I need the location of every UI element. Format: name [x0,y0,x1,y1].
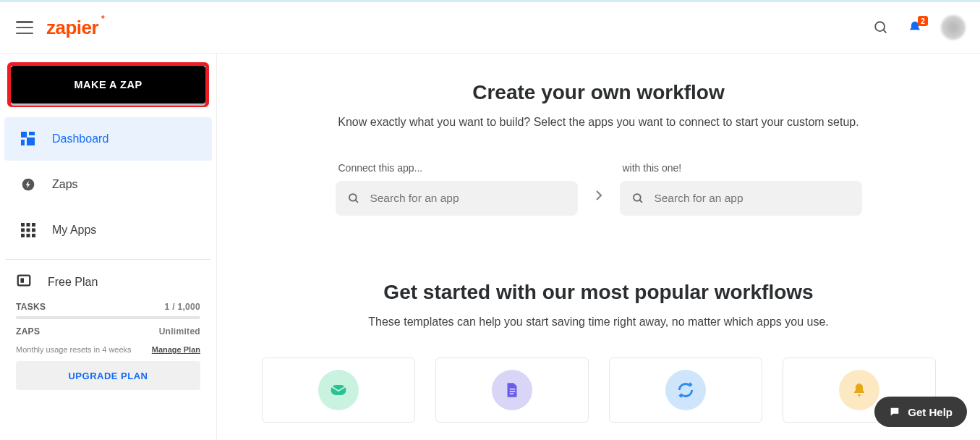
manage-plan-link[interactable]: Manage Plan [152,345,200,354]
sidebar: MAKE A ZAP Dashboard Zaps My Apps [0,54,217,440]
search-icon [347,191,360,206]
sidebar-item-label: My Apps [52,224,96,237]
template-card[interactable] [435,358,589,423]
tasks-value: 1 / 1,000 [165,302,200,312]
upgrade-plan-button[interactable]: UPGRADE PLAN [16,361,200,390]
svg-rect-25 [509,393,513,394]
svg-rect-24 [509,391,515,392]
sidebar-separator [6,259,210,260]
sidebar-item-label: Zaps [52,178,78,191]
popular-title: Get started with our most popular workfl… [246,281,951,304]
sync-icon [665,370,706,410]
svg-point-26 [858,394,860,396]
svg-rect-23 [509,389,515,390]
svg-rect-7 [21,223,25,227]
svg-rect-10 [21,229,25,232]
connect-app-search-2[interactable] [620,181,862,216]
svg-rect-4 [21,140,25,145]
search-icon[interactable] [873,20,889,35]
mail-icon [318,370,359,410]
zaps-value: Unlimited [159,326,200,337]
search-icon [631,191,644,206]
sidebar-item-my-apps[interactable]: My Apps [4,208,212,252]
dashboard-icon [20,131,36,147]
popular-subtitle: These templates can help you start savin… [246,316,951,329]
svg-rect-12 [32,229,35,232]
tasks-progress-bar [16,316,200,319]
reset-text: Monthly usage resets in 4 weeks [16,345,132,354]
make-a-zap-button[interactable]: MAKE A ZAP [11,66,205,103]
search-input-1[interactable] [370,192,566,205]
connect-label-2: with this one! [620,162,862,174]
notifications-icon[interactable]: 2 [908,20,922,35]
bell-icon [839,370,879,410]
connect-label-1: Connect this app... [336,162,578,174]
page-title: Create your own workflow [246,81,951,104]
plan-title: Free Plan [48,276,98,289]
svg-rect-9 [32,223,35,227]
svg-line-19 [355,200,358,203]
svg-rect-3 [29,132,35,135]
plan-box: Free Plan TASKS 1 / 1,000 ZAPS Unlimited… [0,266,216,390]
popular-workflows-section: Get started with our most popular workfl… [246,281,951,423]
apps-grid-icon [20,222,36,238]
zapier-logo[interactable]: zapier* [46,17,98,39]
make-zap-highlight: MAKE A ZAP [7,62,209,107]
sidebar-item-label: Dashboard [52,132,108,145]
get-help-button[interactable]: Get Help [874,397,967,427]
main-content: Create your own workflow Know exactly wh… [217,54,980,440]
hamburger-menu-icon[interactable] [16,21,33,34]
svg-line-1 [883,30,886,33]
connect-app-search-1[interactable] [336,181,578,216]
plan-icon [16,273,32,292]
connect-apps-row: Connect this app... with this one! [246,162,951,216]
template-card[interactable] [262,358,415,423]
sidebar-item-zaps[interactable]: Zaps [4,163,212,206]
tasks-label: TASKS [16,302,46,312]
svg-point-0 [875,22,885,31]
zaps-icon [20,177,36,192]
svg-rect-8 [27,223,30,227]
chat-icon [889,406,900,418]
svg-rect-22 [331,385,346,395]
document-icon [492,370,532,410]
svg-rect-2 [21,132,27,138]
svg-rect-17 [20,278,24,282]
template-card[interactable] [609,358,762,423]
svg-rect-14 [27,234,30,237]
notification-badge: 2 [918,16,928,26]
search-input-2[interactable] [654,192,850,205]
get-help-label: Get Help [908,406,953,418]
page-subtitle: Know exactly what you want to build? Sel… [246,116,951,129]
svg-rect-11 [27,229,30,232]
header: zapier* 2 [0,2,980,54]
sidebar-item-dashboard[interactable]: Dashboard [4,117,212,161]
svg-rect-15 [32,234,35,237]
chevron-right-icon [592,189,605,205]
svg-rect-13 [21,234,25,237]
svg-line-21 [639,200,642,203]
avatar[interactable] [941,15,966,40]
zaps-label: ZAPS [16,326,40,337]
svg-rect-5 [27,138,35,145]
